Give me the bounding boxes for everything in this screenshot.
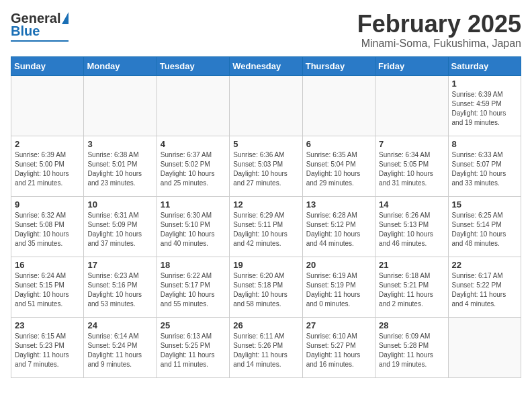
calendar-cell: 4Sunrise: 6:37 AM Sunset: 5:02 PM Daylig… — [157, 136, 229, 196]
day-info: Sunrise: 6:39 AM Sunset: 4:59 PM Dayligh… — [452, 90, 517, 128]
calendar-cell: 16Sunrise: 6:24 AM Sunset: 5:15 PM Dayli… — [11, 257, 84, 317]
calendar-table: SundayMondayTuesdayWednesdayThursdayFrid… — [11, 56, 521, 378]
day-info: Sunrise: 6:34 AM Sunset: 5:05 PM Dayligh… — [379, 150, 444, 188]
weekday-header-row: SundayMondayTuesdayWednesdayThursdayFrid… — [11, 56, 521, 75]
calendar-cell: 20Sunrise: 6:19 AM Sunset: 5:19 PM Dayli… — [302, 257, 375, 317]
weekday-header-monday: Monday — [84, 56, 157, 75]
calendar-cell: 8Sunrise: 6:33 AM Sunset: 5:07 PM Daylig… — [448, 136, 521, 196]
calendar-cell: 12Sunrise: 6:29 AM Sunset: 5:11 PM Dayli… — [230, 196, 302, 257]
calendar-cell: 22Sunrise: 6:17 AM Sunset: 5:22 PM Dayli… — [448, 257, 521, 317]
calendar-cell: 15Sunrise: 6:25 AM Sunset: 5:14 PM Dayli… — [448, 196, 521, 257]
week-row-3: 9Sunrise: 6:32 AM Sunset: 5:08 PM Daylig… — [11, 196, 521, 257]
day-number: 11 — [161, 199, 226, 210]
day-number: 19 — [233, 260, 298, 270]
calendar-cell — [375, 75, 448, 136]
day-number: 2 — [15, 139, 80, 149]
day-info: Sunrise: 6:28 AM Sunset: 5:12 PM Dayligh… — [306, 211, 371, 248]
calendar-cell: 11Sunrise: 6:30 AM Sunset: 5:10 PM Dayli… — [157, 196, 229, 257]
weekday-header-wednesday: Wednesday — [230, 56, 302, 75]
calendar-cell: 17Sunrise: 6:23 AM Sunset: 5:16 PM Dayli… — [84, 257, 157, 317]
day-number: 14 — [379, 199, 444, 210]
day-number: 13 — [306, 199, 371, 210]
day-number: 15 — [452, 199, 517, 210]
calendar-cell — [302, 75, 375, 136]
day-info: Sunrise: 6:15 AM Sunset: 5:23 PM Dayligh… — [15, 332, 80, 369]
week-row-1: 1Sunrise: 6:39 AM Sunset: 4:59 PM Daylig… — [11, 75, 521, 136]
day-number: 17 — [87, 260, 152, 270]
day-number: 25 — [161, 320, 226, 330]
day-number: 22 — [452, 260, 517, 270]
calendar-cell: 9Sunrise: 6:32 AM Sunset: 5:08 PM Daylig… — [11, 196, 84, 257]
day-number: 1 — [452, 79, 517, 89]
calendar-cell: 2Sunrise: 6:39 AM Sunset: 5:00 PM Daylig… — [11, 136, 84, 196]
week-row-2: 2Sunrise: 6:39 AM Sunset: 5:00 PM Daylig… — [11, 136, 521, 196]
day-info: Sunrise: 6:18 AM Sunset: 5:21 PM Dayligh… — [379, 271, 444, 309]
calendar-cell: 13Sunrise: 6:28 AM Sunset: 5:12 PM Dayli… — [302, 196, 375, 257]
calendar-cell: 28Sunrise: 6:09 AM Sunset: 5:28 PM Dayli… — [375, 317, 448, 377]
day-info: Sunrise: 6:24 AM Sunset: 5:15 PM Dayligh… — [15, 271, 80, 309]
day-info: Sunrise: 6:29 AM Sunset: 5:11 PM Dayligh… — [233, 211, 298, 248]
day-number: 10 — [87, 199, 152, 210]
calendar-cell: 24Sunrise: 6:14 AM Sunset: 5:24 PM Dayli… — [84, 317, 157, 377]
day-number: 18 — [161, 260, 226, 270]
day-number: 3 — [87, 139, 152, 149]
logo: General Blue — [11, 11, 69, 42]
calendar-cell: 6Sunrise: 6:35 AM Sunset: 5:04 PM Daylig… — [302, 136, 375, 196]
week-row-5: 23Sunrise: 6:15 AM Sunset: 5:23 PM Dayli… — [11, 317, 521, 377]
day-info: Sunrise: 6:13 AM Sunset: 5:25 PM Dayligh… — [161, 332, 226, 369]
day-info: Sunrise: 6:37 AM Sunset: 5:02 PM Dayligh… — [161, 150, 226, 188]
day-info: Sunrise: 6:11 AM Sunset: 5:26 PM Dayligh… — [233, 332, 298, 369]
calendar-cell: 5Sunrise: 6:36 AM Sunset: 5:03 PM Daylig… — [230, 136, 302, 196]
day-number: 4 — [161, 139, 226, 149]
calendar-cell: 27Sunrise: 6:10 AM Sunset: 5:27 PM Dayli… — [302, 317, 375, 377]
calendar-cell: 25Sunrise: 6:13 AM Sunset: 5:25 PM Dayli… — [157, 317, 229, 377]
day-info: Sunrise: 6:36 AM Sunset: 5:03 PM Dayligh… — [233, 150, 298, 188]
calendar-cell — [157, 75, 229, 136]
day-info: Sunrise: 6:09 AM Sunset: 5:28 PM Dayligh… — [379, 332, 444, 369]
day-info: Sunrise: 6:17 AM Sunset: 5:22 PM Dayligh… — [452, 271, 517, 309]
calendar-cell — [11, 75, 84, 136]
day-number: 7 — [379, 139, 444, 149]
calendar-cell: 7Sunrise: 6:34 AM Sunset: 5:05 PM Daylig… — [375, 136, 448, 196]
day-number: 27 — [306, 320, 371, 330]
calendar-cell: 18Sunrise: 6:22 AM Sunset: 5:17 PM Dayli… — [157, 257, 229, 317]
week-row-4: 16Sunrise: 6:24 AM Sunset: 5:15 PM Dayli… — [11, 257, 521, 317]
calendar-cell: 19Sunrise: 6:20 AM Sunset: 5:18 PM Dayli… — [230, 257, 302, 317]
month-title: February 2025 — [357, 11, 521, 38]
day-info: Sunrise: 6:23 AM Sunset: 5:16 PM Dayligh… — [87, 271, 152, 309]
day-number: 9 — [15, 199, 80, 210]
weekday-header-thursday: Thursday — [302, 56, 375, 75]
day-number: 8 — [452, 139, 517, 149]
location-title: Minami-Soma, Fukushima, Japan — [357, 38, 521, 50]
calendar-cell: 10Sunrise: 6:31 AM Sunset: 5:09 PM Dayli… — [84, 196, 157, 257]
calendar-cell: 26Sunrise: 6:11 AM Sunset: 5:26 PM Dayli… — [230, 317, 302, 377]
calendar-cell: 3Sunrise: 6:38 AM Sunset: 5:01 PM Daylig… — [84, 136, 157, 196]
day-number: 21 — [379, 260, 444, 270]
day-number: 23 — [15, 320, 80, 330]
day-info: Sunrise: 6:25 AM Sunset: 5:14 PM Dayligh… — [452, 211, 517, 248]
day-number: 6 — [306, 139, 371, 149]
day-info: Sunrise: 6:38 AM Sunset: 5:01 PM Dayligh… — [87, 150, 152, 188]
day-info: Sunrise: 6:14 AM Sunset: 5:24 PM Dayligh… — [87, 332, 152, 369]
day-number: 24 — [87, 320, 152, 330]
calendar-cell — [84, 75, 157, 136]
day-number: 20 — [306, 260, 371, 270]
logo-blue-text: Blue — [11, 24, 40, 39]
day-info: Sunrise: 6:39 AM Sunset: 5:00 PM Dayligh… — [15, 150, 80, 188]
day-info: Sunrise: 6:33 AM Sunset: 5:07 PM Dayligh… — [452, 150, 517, 188]
weekday-header-tuesday: Tuesday — [157, 56, 229, 75]
calendar-cell: 21Sunrise: 6:18 AM Sunset: 5:21 PM Dayli… — [375, 257, 448, 317]
weekday-header-sunday: Sunday — [11, 56, 84, 75]
day-number: 16 — [15, 260, 80, 270]
logo-underline — [11, 40, 69, 42]
calendar-cell: 1Sunrise: 6:39 AM Sunset: 4:59 PM Daylig… — [448, 75, 521, 136]
calendar-cell: 23Sunrise: 6:15 AM Sunset: 5:23 PM Dayli… — [11, 317, 84, 377]
day-info: Sunrise: 6:31 AM Sunset: 5:09 PM Dayligh… — [87, 211, 152, 248]
day-info: Sunrise: 6:32 AM Sunset: 5:08 PM Dayligh… — [15, 211, 80, 248]
calendar-cell: 14Sunrise: 6:26 AM Sunset: 5:13 PM Dayli… — [375, 196, 448, 257]
day-info: Sunrise: 6:35 AM Sunset: 5:04 PM Dayligh… — [306, 150, 371, 188]
day-info: Sunrise: 6:19 AM Sunset: 5:19 PM Dayligh… — [306, 271, 371, 309]
day-number: 26 — [233, 320, 298, 330]
day-info: Sunrise: 6:10 AM Sunset: 5:27 PM Dayligh… — [306, 332, 371, 369]
calendar-cell — [448, 317, 521, 377]
